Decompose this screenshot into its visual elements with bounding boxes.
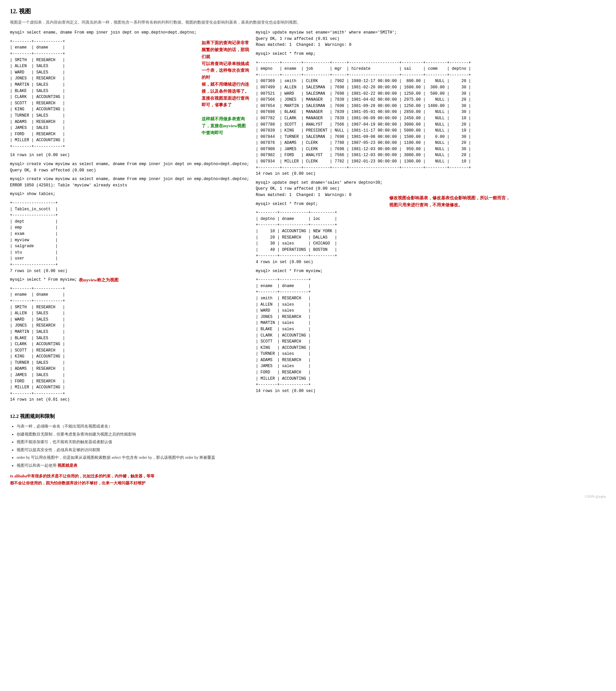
dept-annotation: 修改视图会影响基表，修改基表也会影响视图，所以一般而言， 视图只用来进行查询，不… bbox=[389, 195, 510, 209]
right-column: mysql> update myview set ename='smith' w… bbox=[256, 29, 606, 397]
query3: mysql> create view myview as select enam… bbox=[10, 176, 249, 188]
myview-select-section: mysql> select * From myview; 表myview称之为视… bbox=[10, 277, 249, 286]
rule-item-4: 视图可以提高安全性，必须具有足够的访问权限 bbox=[17, 447, 606, 454]
subsection-title: 12.2 视图规则和限制 bbox=[10, 412, 606, 420]
section-title: 12. 视图 bbox=[10, 7, 606, 16]
table1: +--------+------------+ | ename | dname … bbox=[10, 39, 197, 150]
myview2-table: +--------+------------+ | ename | dname … bbox=[256, 277, 606, 394]
annotation-red1: 如果下面的查询记录非常频繁的被查询的话，那我们就 bbox=[202, 40, 249, 60]
update-myview: mysql> update myview set ename='smith' w… bbox=[256, 29, 606, 48]
footer-text: CSDN @ygbn bbox=[10, 494, 606, 500]
select-emp-query: mysql> select * from emp; bbox=[256, 51, 606, 57]
annotation-block: 如果下面的查询记录非常频繁的被查询的话，那我们就 可以将查询记录单独搞成一个表，… bbox=[202, 40, 249, 136]
left-column: mysql> select ename, dname From emp inne… bbox=[10, 29, 249, 406]
rule-item-1: 与表一样，必须唯一命名（不能出现同名视图或者名） bbox=[17, 423, 606, 430]
myview-table: +--------+------------+ | ename | dname … bbox=[10, 286, 249, 403]
annotation-red2: 可以将查询记录单独搞成一个表，这样每次在查询的时 bbox=[202, 61, 249, 81]
annotation-red4: 直接在视图里面进行查询即可，省事多了 bbox=[202, 95, 249, 109]
show-tables-query: mysql> show tables; bbox=[10, 191, 249, 197]
emp-table: +---------+--------+-----------+------+-… bbox=[256, 60, 606, 177]
rule-item-6: 视图可以和表一起使用 视图就是表 bbox=[17, 462, 606, 470]
rules-list: 与表一样，必须唯一命名（不能出现同名视图或者名） 创建视图数目无限制，但要考虑复… bbox=[17, 423, 606, 470]
query1: mysql> select ename, dname From emp inne… bbox=[10, 29, 197, 36]
myview-annotation: 表myview称之为视图 bbox=[79, 277, 119, 284]
dept-table: +--------+------------+----------+ | dep… bbox=[256, 210, 382, 265]
annotation-green1: 这样就不用做多表查询了，直接在myview视图中查询即可 bbox=[202, 115, 249, 136]
bottom-note: tx alibaba中有很多的技术是不让你用的，比如过多的约束，内外键，触发器，… bbox=[10, 473, 606, 487]
update-dept-section: mysql> update dept set dname='sales' whe… bbox=[256, 180, 606, 268]
select-myview2: mysql> select * From myview; bbox=[256, 268, 606, 275]
rule-item-3: 视图不能添加索引，也不能有关联的触发器或者默认值 bbox=[17, 438, 606, 446]
rule-item-2: 创建视图数目无限制，但要考虑复杂查询创建为视图之后的性能影响 bbox=[17, 431, 606, 438]
page-container: 12. 视图 视图是一个虚拟表，其内容由查询定义。同真实的表一样，视图包含一系列… bbox=[10, 7, 606, 499]
rule-item-5: order by 可以用在视图中，但是如果从该视图检索数据 select 中也含… bbox=[17, 454, 606, 461]
show-tables-result: +------------------+ | Tables_in_scott |… bbox=[10, 200, 249, 274]
query2: mysql> create view myview as select enam… bbox=[10, 161, 249, 173]
intro-text: 视图是一个虚拟表，其内容由查询定义。同真实的表一样，视图包含一系列带有名称的列和… bbox=[10, 19, 606, 26]
annotation-red3: 候，就不用继续进行内连接，以及条件筛选等了。 bbox=[202, 81, 249, 95]
table1-count: 14 rows in set (0.00 sec) bbox=[10, 152, 197, 158]
